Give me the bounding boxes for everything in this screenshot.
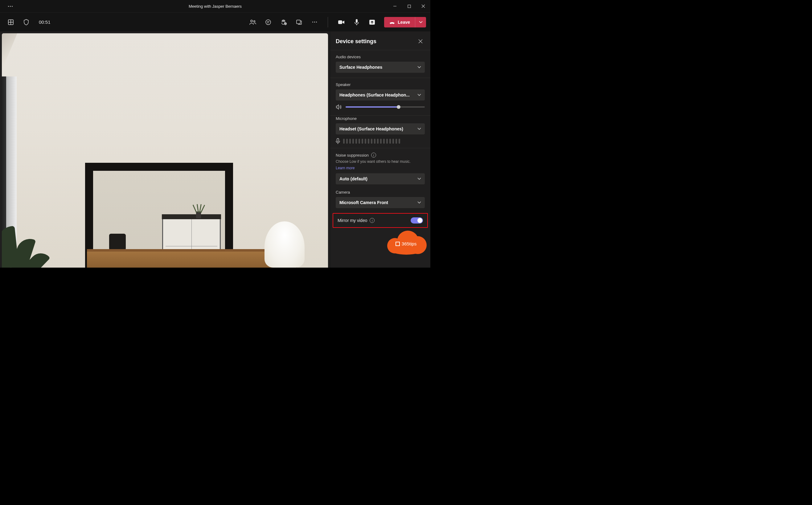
shield-icon (23, 19, 29, 25)
hangup-icon (389, 20, 395, 24)
people-icon (249, 19, 256, 25)
mic-level-meter (343, 139, 400, 144)
camera-section: Camera Microsoft Camera Front (330, 189, 430, 211)
app-menu-button[interactable] (6, 0, 14, 13)
info-icon[interactable]: i (370, 218, 375, 223)
audio-devices-section: Audio devices Surface Headphones (330, 50, 430, 78)
audio-devices-select[interactable]: Surface Headphones (336, 62, 425, 73)
chevron-down-icon (419, 21, 423, 23)
microphone-icon (336, 138, 340, 144)
share-button[interactable] (366, 16, 379, 29)
learn-more-link[interactable]: Learn more (336, 166, 355, 170)
noise-label: Noise suppression (336, 153, 369, 158)
maximize-button[interactable] (402, 0, 416, 12)
share-screen-icon (369, 19, 375, 25)
noise-hint: Choose Low if you want others to hear mu… (336, 159, 425, 164)
privacy-shield-button[interactable] (20, 16, 33, 29)
chevron-down-icon (417, 94, 421, 96)
noise-suppression-section: Noise suppression i Choose Low if you wa… (330, 148, 430, 189)
speaker-label: Speaker (336, 82, 425, 87)
camera-label: Camera (336, 190, 425, 194)
chevron-down-icon (417, 178, 421, 180)
svg-point-13 (285, 23, 285, 23)
office-icon (396, 242, 400, 246)
meeting-toolbar: 00:51 (0, 12, 430, 31)
chevron-down-icon (417, 66, 421, 68)
close-window-button[interactable] (416, 0, 430, 12)
chat-icon (265, 19, 271, 25)
mic-toggle-button[interactable] (350, 16, 363, 29)
device-settings-panel: Device settings Audio devices Surface He… (330, 31, 430, 268)
camera-select[interactable]: Microsoft Camera Front (336, 197, 425, 208)
toolbar-divider (328, 17, 328, 27)
close-icon (421, 4, 425, 8)
close-panel-button[interactable] (416, 37, 425, 46)
watermark-badge: 365tips (385, 232, 427, 255)
more-actions-button[interactable] (308, 16, 321, 29)
breakout-rooms-icon (296, 19, 302, 25)
speaker-select[interactable]: Headphones (Surface Headphon... (336, 90, 425, 101)
svg-rect-22 (337, 138, 339, 142)
mirror-label: Mirror my video (338, 218, 367, 223)
reactions-button[interactable] (277, 16, 290, 29)
mirror-my-video-row: Mirror my video i (333, 213, 428, 228)
chevron-down-icon (417, 128, 421, 130)
svg-rect-1 (408, 5, 411, 8)
chevron-down-icon (417, 201, 421, 204)
panel-title: Device settings (336, 38, 376, 45)
microphone-icon (354, 19, 359, 26)
camera-toggle-button[interactable] (335, 16, 348, 29)
grid-icon (8, 19, 14, 25)
svg-point-9 (266, 20, 271, 25)
minimize-button[interactable] (388, 0, 402, 12)
svg-point-8 (254, 20, 255, 22)
main-area: Device settings Audio devices Surface He… (0, 31, 430, 268)
microphone-select[interactable]: Headset (Surface Headphones) (336, 123, 425, 134)
layout-button[interactable] (4, 16, 17, 29)
video-feed[interactable] (2, 33, 328, 268)
participants-button[interactable] (246, 16, 259, 29)
leave-button-group: Leave (384, 17, 426, 27)
microphone-label: Microphone (336, 116, 425, 121)
maximize-icon (408, 5, 411, 8)
noise-select[interactable]: Auto (default) (336, 173, 425, 184)
close-icon (418, 39, 423, 43)
video-icon (338, 20, 345, 25)
svg-point-14 (286, 23, 286, 23)
raise-hand-icon (280, 19, 287, 25)
titlebar: Meeting with Jasper Bernaers (0, 0, 430, 12)
leave-button[interactable]: Leave (384, 17, 415, 27)
microphone-section: Microphone Headset (Surface Headphones) (330, 115, 430, 148)
speaker-section: Speaker Headphones (Surface Headphon... (330, 78, 430, 115)
minimize-icon (393, 4, 397, 8)
info-icon[interactable]: i (371, 153, 376, 158)
volume-slider[interactable] (346, 106, 425, 108)
chat-button[interactable] (262, 16, 275, 29)
window-title: Meeting with Jasper Bernaers (189, 4, 242, 9)
ellipsis-icon (312, 22, 317, 22)
svg-rect-17 (356, 19, 358, 23)
leave-label: Leave (398, 20, 410, 25)
svg-rect-16 (338, 20, 342, 24)
audio-devices-label: Audio devices (336, 54, 425, 59)
meeting-timer: 00:51 (39, 19, 50, 25)
svg-rect-15 (296, 20, 300, 24)
ellipsis-icon (8, 6, 13, 7)
svg-point-7 (251, 20, 252, 22)
leave-dropdown-button[interactable] (415, 17, 426, 27)
rooms-button[interactable] (292, 16, 306, 29)
volume-icon (336, 104, 342, 110)
mirror-toggle[interactable] (411, 217, 423, 223)
